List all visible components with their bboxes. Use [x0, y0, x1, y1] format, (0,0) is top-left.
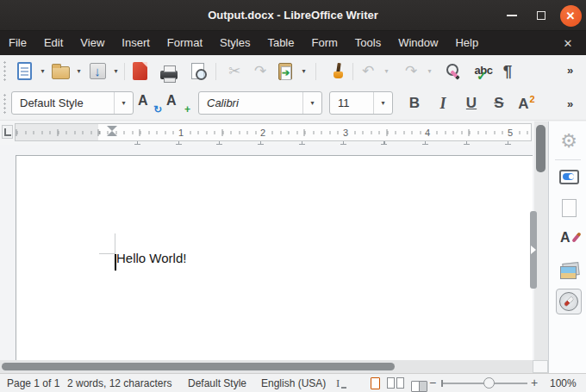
sidebar-tab-page[interactable]: [556, 196, 582, 220]
document-area[interactable]: Hello World!: [0, 145, 534, 360]
document-text[interactable]: Hello World!: [116, 251, 186, 265]
multi-page-view-button[interactable]: [387, 377, 406, 389]
document-page[interactable]: Hello World!: [16, 155, 533, 360]
page-count-status[interactable]: Page 1 of 1: [7, 377, 59, 389]
menu-help[interactable]: Help: [446, 31, 487, 55]
cut-icon: ✂: [228, 62, 240, 80]
sidebar-tab-gallery[interactable]: [556, 258, 582, 282]
bold-button[interactable]: B: [402, 90, 427, 116]
update-style-button[interactable]: A ↻: [136, 90, 162, 116]
menu-window[interactable]: Window: [390, 31, 446, 55]
save-dropdown[interactable]: ▾: [110, 59, 122, 84]
status-bar: Page 1 of 1 2 words, 12 characters Defau…: [0, 373, 586, 392]
single-page-view-button[interactable]: [371, 377, 380, 389]
menu-edit[interactable]: Edit: [35, 31, 72, 55]
spelling-icon: abc ✓: [473, 62, 494, 81]
paste-dropdown[interactable]: ▾: [298, 59, 309, 84]
zoom-in-button[interactable]: +: [531, 376, 538, 389]
minimize-button[interactable]: [500, 0, 524, 31]
vertical-scrollbar-thumb[interactable]: [536, 125, 545, 172]
redo-dropdown[interactable]: ▾: [424, 59, 435, 84]
copy-button[interactable]: ↶: [247, 59, 273, 84]
open-button[interactable]: [47, 59, 73, 84]
italic-button[interactable]: I: [430, 90, 456, 116]
formatting-marks-button[interactable]: ¶: [495, 59, 521, 84]
toolbar-grip[interactable]: [3, 60, 7, 83]
toolbar-grip[interactable]: [3, 93, 7, 115]
strikethrough-button[interactable]: S: [486, 90, 512, 116]
new-document-button[interactable]: [11, 59, 37, 84]
clone-formatting-button[interactable]: [325, 59, 351, 84]
export-pdf-button[interactable]: [127, 59, 153, 84]
sidebar-tab-styles[interactable]: A: [556, 227, 582, 251]
open-dropdown[interactable]: ▾: [73, 59, 84, 84]
zoom-level-label[interactable]: 100%: [550, 377, 577, 389]
maximize-button[interactable]: [529, 0, 553, 31]
chevron-down-icon[interactable]: ▾: [114, 92, 133, 114]
menu-view[interactable]: View: [72, 31, 113, 55]
book-view-button[interactable]: [411, 381, 427, 392]
toolbar-overflow-button[interactable]: »: [567, 64, 572, 77]
scrollbar-corner: [533, 360, 548, 373]
chevron-down-icon[interactable]: ▾: [302, 92, 321, 114]
word-count-status[interactable]: 2 words, 12 characters: [67, 377, 171, 389]
page-deck-icon: [562, 199, 577, 217]
font-name-combo[interactable]: Calibri ▾: [198, 91, 322, 115]
minimize-icon: [507, 15, 517, 16]
menu-tools[interactable]: Tools: [346, 31, 390, 55]
redo-button[interactable]: ↷: [398, 59, 424, 84]
print-button[interactable]: [156, 59, 182, 84]
undo-dropdown[interactable]: ▾: [381, 59, 392, 84]
gallery-icon: [560, 263, 578, 277]
text-boundary-mark: [99, 253, 115, 254]
language-status[interactable]: English (USA): [261, 377, 326, 389]
cut-button[interactable]: ✂: [221, 59, 247, 84]
check-icon: ✓: [477, 68, 488, 84]
underline-icon: U: [466, 95, 477, 112]
superscript-button[interactable]: A2: [514, 90, 539, 116]
document-close-button[interactable]: ✕: [557, 33, 579, 53]
new-style-icon: A +: [166, 93, 189, 114]
tab-type-selector[interactable]: [2, 125, 13, 139]
sidebar-tab-properties[interactable]: [556, 165, 582, 189]
find-replace-icon: [445, 62, 464, 81]
menu-styles[interactable]: Styles: [211, 31, 259, 55]
horizontal-scrollbar[interactable]: [0, 360, 533, 373]
menu-bar: File Edit View Insert Format Styles Tabl…: [0, 31, 586, 55]
chevron-right-icon: [531, 246, 536, 254]
undo-button[interactable]: ↶: [355, 59, 381, 84]
menu-insert[interactable]: Insert: [113, 31, 159, 55]
sidebar-tab-navigator[interactable]: [556, 289, 582, 314]
zoom-slider-handle[interactable]: [483, 377, 495, 389]
save-button[interactable]: [84, 59, 110, 84]
sidebar-settings-button[interactable]: ⚙: [556, 129, 582, 153]
copy-icon: ↶: [254, 62, 266, 80]
print-preview-icon: [191, 63, 204, 79]
menu-format[interactable]: Format: [159, 31, 211, 55]
find-replace-button[interactable]: [441, 59, 467, 84]
horizontal-scrollbar-thumb[interactable]: [2, 363, 395, 370]
zoom-out-button[interactable]: −: [429, 376, 436, 389]
horizontal-ruler[interactable]: 1 2 3 4 5: [15, 123, 532, 141]
menu-file[interactable]: File: [0, 31, 35, 55]
toolbar-overflow-button[interactable]: »: [567, 97, 572, 110]
paste-button[interactable]: [272, 59, 298, 84]
underline-button[interactable]: U: [458, 90, 484, 116]
page-style-status[interactable]: Default Style: [188, 377, 246, 389]
close-button[interactable]: ✕: [557, 0, 584, 31]
paragraph-style-combo[interactable]: Default Style ▾: [11, 91, 134, 115]
menu-form[interactable]: Form: [302, 31, 346, 55]
spelling-button[interactable]: abc ✓: [471, 59, 496, 84]
sidebar-collapse-handle[interactable]: [530, 211, 537, 289]
close-icon: ✕: [560, 5, 582, 27]
chevron-down-icon[interactable]: ▾: [373, 92, 392, 114]
print-preview-button[interactable]: [184, 59, 210, 84]
text-boundary-mark: [115, 233, 115, 254]
gear-icon: ⚙: [560, 132, 577, 151]
title-bar[interactable]: Output.docx - LibreOffice Writer ✕: [0, 0, 586, 31]
refresh-icon: ↻: [153, 103, 162, 115]
font-size-combo[interactable]: 11 ▾: [329, 91, 393, 115]
new-style-button[interactable]: A +: [165, 90, 190, 116]
selection-mode-icon[interactable]: I: [336, 376, 346, 390]
menu-table[interactable]: Table: [259, 31, 302, 55]
